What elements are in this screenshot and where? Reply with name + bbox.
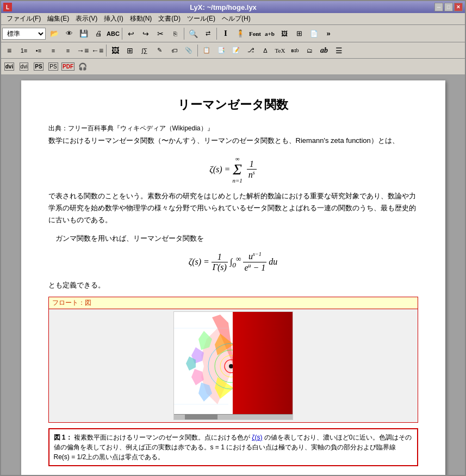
save-button[interactable]: 💾	[77, 27, 91, 41]
index-button[interactable]: 🗂	[302, 43, 316, 58]
separator5	[197, 45, 198, 57]
tex-button[interactable]: TeX	[273, 43, 287, 58]
branch-button[interactable]: ⎇	[244, 43, 258, 58]
cite-icon: ✎	[157, 47, 162, 54]
decrease-indent-button[interactable]: ←≡	[90, 43, 104, 58]
redo-button[interactable]: ↪	[139, 27, 153, 41]
print-button[interactable]: 🖨	[91, 27, 105, 41]
numbered-list-button[interactable]: 1≡	[17, 43, 31, 58]
changes-icon: Δ	[263, 47, 267, 54]
bullet-list-icon: •≡	[36, 47, 41, 54]
cut-icon: ✂	[157, 29, 164, 38]
bold-icon: I	[224, 29, 227, 38]
cut-button[interactable]: ✂	[153, 27, 167, 41]
align-right-button[interactable]: ≡	[61, 43, 75, 58]
caption-link[interactable]: ζ(s)	[252, 434, 262, 441]
menu-file[interactable]: ファイル(F)	[3, 13, 44, 24]
graphics-button[interactable]: 🖼	[277, 27, 291, 41]
dvi-icon: dvi	[4, 62, 14, 71]
pdf-view-button[interactable]: 🎧	[76, 60, 90, 74]
math-mode-icon: ∫∑	[142, 47, 148, 54]
changes-button[interactable]: Δ	[258, 43, 272, 58]
style-select[interactable]: 標準	[2, 28, 46, 40]
open-icon: 📂	[50, 29, 59, 37]
dvi-view-icon: dvi	[20, 62, 29, 71]
menu-view[interactable]: 表示(V)	[72, 13, 101, 24]
save-icon: 💾	[79, 29, 88, 37]
label-icon: 🏷	[171, 47, 177, 54]
toolbar-export: dvi dvi PS PS PDF 🎧	[1, 59, 465, 75]
character-button[interactable]: 🧍	[233, 27, 247, 41]
document-intro: 数学におけるリーマンゼータ関数（〜かんすう、リーマンのゼータ関数とも、Riema…	[48, 135, 418, 147]
find-button[interactable]: 🔍	[186, 27, 200, 41]
formula-button[interactable]: a+b	[263, 27, 277, 41]
toc-button[interactable]: 📋	[200, 43, 214, 58]
close-button[interactable]: ✕	[454, 3, 463, 11]
open-button[interactable]: 📂	[47, 27, 61, 41]
menu-document[interactable]: 文書(D)	[155, 13, 184, 24]
find-icon: 🔍	[189, 29, 198, 38]
doc-icon: 📄	[310, 30, 318, 37]
menu-insert[interactable]: 挿入(I)	[101, 13, 126, 24]
menu-edit[interactable]: 編集(E)	[44, 13, 72, 24]
insert-table-icon: ⊞	[127, 46, 133, 55]
math-mode-button[interactable]: ∫∑	[138, 43, 152, 58]
ref-icon: 📎	[185, 47, 192, 54]
formula-icon: a+b	[265, 30, 275, 37]
menu-tools[interactable]: ツール(E)	[184, 13, 219, 24]
minimize-button[interactable]: ─	[434, 3, 443, 11]
ps-view-button[interactable]: PS	[46, 60, 60, 74]
insert-table-button[interactable]: ⊞	[123, 43, 137, 58]
bibtex-button[interactable]: ʙɪb	[288, 43, 302, 58]
spellcheck-button[interactable]: ABC	[106, 27, 120, 41]
caption-text-1: 複素数平面におけるリーマンのゼータ関数。点における色が	[74, 434, 250, 441]
graphics-icon: 🖼	[281, 30, 288, 37]
maximize-button[interactable]: □	[444, 3, 453, 11]
document-area[interactable]: リーマンゼータ関数 出典：フリー百科事典『ウィキペディア（Wikipedia）』…	[1, 75, 465, 475]
label-button[interactable]: 🏷	[167, 43, 181, 58]
italic-button[interactable]: ab	[317, 43, 331, 58]
app-icon: L	[3, 3, 12, 11]
doc-body-2: ガンマ関数を用いれば、リーマンゼータ関数を	[48, 233, 418, 245]
ref-button[interactable]: 📎	[182, 43, 196, 58]
dvi-button[interactable]: dvi	[2, 60, 16, 74]
formatting-icon: ☰	[335, 46, 343, 55]
zeta-image	[173, 311, 293, 420]
undo-button[interactable]: ↩	[124, 27, 138, 41]
align-left-button[interactable]: ≡	[2, 43, 16, 58]
replace-button[interactable]: ⇄	[201, 27, 215, 41]
font-button[interactable]: Font	[248, 27, 262, 41]
formatting-button[interactable]: ☰	[332, 43, 346, 58]
menu-help[interactable]: ヘルプ(H)	[219, 13, 254, 24]
menu-navigate[interactable]: 移動(N)	[127, 13, 156, 24]
toc-icon: 📋	[203, 47, 210, 54]
spellcheck-icon: ABC	[107, 30, 120, 37]
ps-icon: PS	[34, 62, 43, 71]
align-center-button[interactable]: ≡	[46, 43, 60, 58]
more-button[interactable]: »	[321, 27, 335, 41]
separator3	[216, 28, 217, 40]
branch-icon: ⎇	[247, 47, 254, 54]
decrease-indent-icon: ←≡	[91, 46, 103, 55]
copy-icon: ⎘	[173, 30, 177, 37]
float-content	[49, 309, 418, 422]
redo-icon: ↪	[142, 29, 149, 38]
outline-button[interactable]: 📑	[214, 43, 228, 58]
cite-button[interactable]: ✎	[152, 43, 166, 58]
replace-icon: ⇄	[206, 30, 210, 37]
dvi-view-button[interactable]: dvi	[17, 60, 31, 74]
bold-button[interactable]: I	[219, 27, 233, 41]
increase-indent-button[interactable]: →≡	[76, 43, 90, 58]
insert-image-button[interactable]: 🖼	[108, 43, 122, 58]
note-button[interactable]: 📝	[229, 43, 243, 58]
bullet-list-button[interactable]: •≡	[32, 43, 46, 58]
ps-button[interactable]: PS	[32, 60, 46, 74]
pdf-button[interactable]: PDF	[61, 60, 75, 74]
view-button[interactable]: 👁	[62, 27, 76, 41]
table-button[interactable]: ⊞	[292, 27, 306, 41]
copy-button[interactable]: ⎘	[168, 27, 182, 41]
float-header: フロート：図	[49, 297, 418, 309]
zeta-spiral-svg	[174, 312, 234, 420]
note-icon: 📝	[232, 47, 240, 54]
doc-button[interactable]: 📄	[307, 27, 321, 41]
